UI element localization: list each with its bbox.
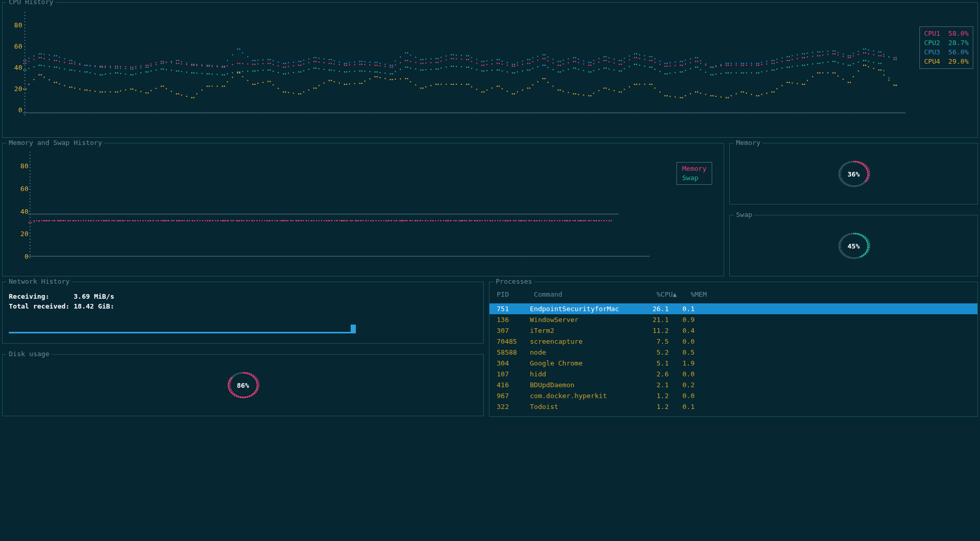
net-total-value: 18.42 GiB: — [74, 302, 114, 310]
cell-mem: 0.2 — [669, 380, 695, 390]
cpu-legend-row: CPU3 56.0% — [924, 48, 969, 57]
cell-mem: 0.5 — [669, 347, 695, 357]
cell-cpu: 5.1 — [638, 358, 669, 368]
table-row[interactable]: 307iTerm211.20.4 — [489, 325, 977, 336]
table-row[interactable]: 751EndpointSecurityforMac26.10.1 — [489, 303, 977, 314]
cpu-chart — [23, 7, 971, 133]
swap-gauge-panel: Swap 45% — [729, 215, 978, 276]
memory-gauge-panel: Memory 36% — [729, 143, 978, 204]
network-history-panel: Network History Receiving: 3.69 MiB/s To… — [2, 282, 484, 344]
cpu-legend-row: CPU2 28.7% — [924, 38, 969, 48]
mem-legend: MemorySwap — [676, 162, 712, 185]
cell-mem: 0.0 — [669, 369, 695, 379]
cell-cpu: 7.5 — [638, 337, 669, 346]
cell-command: Google Chrome — [530, 358, 638, 368]
swap-gauge-pct: 45% — [847, 242, 859, 250]
net-total-line: Total received: 18.42 GiB: — [9, 301, 477, 311]
cell-command: WindowServer — [530, 315, 638, 325]
cell-command: com.docker.hyperkit — [530, 391, 638, 401]
swap-gauge: 45% — [830, 228, 877, 264]
disk-usage-panel: Disk usage 86% — [2, 354, 484, 416]
swap-gauge-title: Swap — [734, 211, 754, 218]
col-cpu[interactable]: %CPU▲ — [646, 290, 677, 298]
cell-cpu: 2.6 — [638, 369, 669, 379]
processes-panel[interactable]: Processes PID Command %CPU▲ %MEM 751Endp… — [489, 282, 978, 417]
cell-pid: 322 — [497, 402, 530, 412]
table-row[interactable]: 136WindowServer21.10.9 — [489, 314, 977, 325]
cell-cpu: 1.2 — [638, 391, 669, 401]
cpu-history-title: CPU History — [7, 0, 55, 6]
mem-legend-row: Memory — [682, 164, 707, 173]
cell-pid: 304 — [497, 358, 530, 368]
cell-mem: 0.1 — [669, 402, 695, 412]
memory-swap-history-panel: Memory and Swap History 806040200 Memory… — [2, 143, 724, 276]
cell-command: EndpointSecurityforMac — [530, 304, 638, 314]
processes-header[interactable]: PID Command %CPU▲ %MEM — [489, 286, 977, 303]
cell-mem: 0.4 — [669, 326, 695, 335]
cell-pid: 416 — [497, 380, 530, 390]
net-recv-label: Receiving: — [9, 293, 49, 300]
memory-gauge: 36% — [830, 156, 877, 192]
memory-gauge-title: Memory — [734, 139, 762, 147]
cell-pid: 107 — [497, 369, 530, 379]
cell-pid: 136 — [497, 315, 530, 325]
cell-pid: 58588 — [497, 347, 530, 357]
table-row[interactable]: 58588node5.20.5 — [489, 347, 977, 358]
cell-cpu: 5.2 — [638, 347, 669, 357]
net-total-label: Total received: — [9, 302, 69, 310]
net-sparkline — [9, 314, 477, 334]
table-row[interactable]: 416BDUpdDaemon2.10.2 — [489, 379, 977, 390]
processes-body[interactable]: 751EndpointSecurityforMac26.10.1136Windo… — [489, 303, 977, 412]
cell-cpu: 11.2 — [638, 326, 669, 335]
mem-legend-row: Swap — [682, 173, 707, 183]
disk-gauge: 86% — [220, 367, 266, 403]
col-mem[interactable]: %MEM — [681, 290, 707, 298]
cell-mem: 0.0 — [669, 337, 695, 346]
disk-title: Disk usage — [7, 350, 51, 358]
cpu-history-panel: CPU History 806040200 CPU1 58.0%CPU2 28.… — [2, 2, 978, 138]
network-title: Network History — [7, 277, 71, 285]
mem-chart — [28, 152, 717, 272]
cell-command: node — [530, 347, 638, 357]
col-command[interactable]: Command — [534, 290, 642, 298]
table-row[interactable]: 70485screencapture7.50.0 — [489, 336, 977, 347]
cpu-legend: CPU1 58.0%CPU2 28.7%CPU3 56.0%CPU4 29.0% — [919, 26, 973, 69]
cell-cpu: 26.1 — [638, 304, 669, 314]
cell-pid: 751 — [497, 304, 530, 314]
memory-swap-title: Memory and Swap History — [7, 139, 104, 147]
cell-cpu: 2.1 — [638, 380, 669, 390]
cpu-yaxis: 806040200 — [9, 7, 23, 133]
net-recv-line: Receiving: 3.69 MiB/s — [9, 291, 477, 301]
cell-command: BDUpdDaemon — [530, 380, 638, 390]
disk-gauge-pct: 86% — [237, 382, 249, 389]
cpu-legend-row: CPU1 58.0% — [924, 29, 969, 38]
processes-title: Processes — [494, 277, 534, 285]
table-row[interactable]: 107hidd2.60.0 — [489, 369, 977, 379]
cell-cpu: 21.1 — [638, 315, 669, 325]
table-row[interactable]: 322Todoist1.20.1 — [489, 401, 977, 412]
cell-pid: 307 — [497, 326, 530, 335]
cell-mem: 1.9 — [669, 358, 695, 368]
col-pid[interactable]: PID — [497, 290, 530, 298]
cell-mem: 0.1 — [669, 304, 695, 314]
cell-command: screencapture — [530, 337, 638, 346]
cpu-legend-row: CPU4 29.0% — [924, 57, 969, 66]
cell-command: Todoist — [530, 402, 638, 412]
cell-mem: 0.9 — [669, 315, 695, 325]
cell-pid: 70485 — [497, 337, 530, 346]
cell-command: iTerm2 — [530, 326, 638, 335]
cell-cpu: 1.2 — [638, 402, 669, 412]
cell-command: hidd — [530, 369, 638, 379]
table-row[interactable]: 304Google Chrome5.11.9 — [489, 358, 977, 369]
memory-gauge-pct: 36% — [847, 170, 859, 178]
net-recv-value: 3.69 MiB/s — [74, 293, 114, 300]
cell-pid: 967 — [497, 391, 530, 401]
table-row[interactable]: 967com.docker.hyperkit1.20.0 — [489, 390, 977, 401]
cell-mem: 0.0 — [669, 391, 695, 401]
